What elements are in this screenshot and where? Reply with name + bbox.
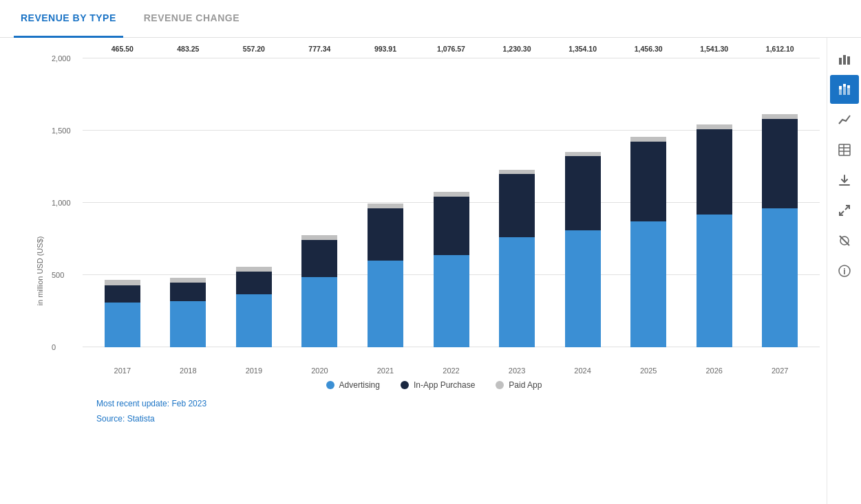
bar-segment-paid <box>368 204 403 208</box>
x-label: 2025 <box>615 362 681 375</box>
bar-total-label: 483.25 <box>177 45 199 53</box>
bar-stack <box>301 235 337 347</box>
x-label: 2027 <box>747 362 813 375</box>
bar-segment-paid <box>565 152 601 157</box>
bar-segment-advertising <box>170 301 206 347</box>
x-labels: 2017201820192020202120222023202420252026… <box>83 362 820 375</box>
bar-segment-inapp <box>301 240 337 276</box>
bar-segment-paid <box>105 280 140 285</box>
bar-segment-advertising <box>630 221 666 347</box>
bar-group: 1,076.57 <box>418 58 485 347</box>
tab-revenue-by-type[interactable]: REVENUE BY TYPE <box>14 0 123 38</box>
footer-update: Most recent update: Feb 2023 <box>96 397 772 412</box>
bar-segment-inapp <box>499 174 535 237</box>
x-label: 2022 <box>418 362 485 375</box>
bar-segment-paid <box>762 114 798 119</box>
legend-item: Advertising <box>326 380 380 390</box>
bar-segment-inapp <box>236 272 272 294</box>
bar-segment-advertising <box>301 277 337 347</box>
x-label: 2021 <box>352 362 418 375</box>
bar-segment-paid <box>630 137 666 142</box>
bar-stack <box>236 267 272 347</box>
bar-group: 1,354.10 <box>550 58 616 347</box>
bar-total-label: 1,456.30 <box>635 45 663 53</box>
footer-source: Source: Statista <box>96 412 772 427</box>
bar-segment-advertising <box>499 237 535 347</box>
bars-area: 465.50483.25557.20777.34993.911,076.571,… <box>83 58 820 347</box>
legend-label: Paid App <box>509 380 542 390</box>
bar-stack <box>762 114 798 347</box>
bar-group: 1,541.30 <box>681 58 747 347</box>
x-label: 2017 <box>89 362 156 375</box>
bar-group: 1,456.30 <box>615 58 681 347</box>
bar-total-label: 557.20 <box>243 45 265 53</box>
grid-label: 2,000 <box>52 54 71 63</box>
legend-label: Advertising <box>339 380 380 390</box>
bar-segment-inapp <box>170 283 206 301</box>
bar-total-label: 1,541.30 <box>700 45 728 53</box>
tab-revenue-change[interactable]: REVENUE CHANGE <box>137 0 246 38</box>
x-label: 2018 <box>156 362 222 375</box>
bar-group: 1,612.10 <box>747 58 813 347</box>
bar-segment-paid <box>434 192 469 197</box>
x-label: 2019 <box>221 362 287 375</box>
bar-segment-advertising <box>565 230 601 347</box>
chart-container: i in million USD (US$) 05001,0001,5002,0… <box>0 38 861 504</box>
bar-segment-paid <box>499 170 535 175</box>
bar-segment-advertising <box>697 215 732 347</box>
grid-label: 500 <box>52 271 64 279</box>
x-label: 2024 <box>550 362 616 375</box>
bar-segment-paid <box>236 267 272 272</box>
bar-total-label: 1,230.30 <box>503 45 531 53</box>
bar-stack <box>368 204 403 347</box>
bar-group: 465.50 <box>89 58 156 347</box>
bar-total-label: 1,354.10 <box>568 45 597 53</box>
bar-stack <box>434 192 469 347</box>
legend-dot <box>496 381 504 389</box>
x-label: 2020 <box>287 362 353 375</box>
bar-segment-inapp <box>762 119 798 208</box>
bar-stack <box>630 137 666 347</box>
bar-segment-advertising <box>762 208 798 347</box>
footer: Most recent update: Feb 2023 Source: Sta… <box>48 390 820 426</box>
x-label: 2026 <box>681 362 747 375</box>
bar-stack <box>499 170 535 347</box>
bar-segment-advertising <box>368 261 403 347</box>
grid-label: 1,500 <box>52 127 71 135</box>
bar-group: 483.25 <box>156 58 222 347</box>
bar-total-label: 1,076.57 <box>437 45 465 53</box>
main-chart: in million USD (US$) 05001,0001,5002,000… <box>0 38 861 504</box>
legend-item: Paid App <box>496 380 542 390</box>
bar-segment-inapp <box>630 142 666 221</box>
bar-segment-paid <box>170 278 206 283</box>
bar-segment-inapp <box>697 129 732 215</box>
bar-segment-paid <box>301 235 337 240</box>
bar-stack <box>105 280 140 347</box>
bar-group: 993.91 <box>352 58 418 347</box>
legend-label: In-App Purchase <box>414 380 475 390</box>
bar-segment-inapp <box>368 208 403 261</box>
bar-group: 557.20 <box>221 58 287 347</box>
grid-label: 0 <box>52 343 56 351</box>
legend-dot <box>401 381 409 389</box>
bar-stack <box>170 278 206 347</box>
tab-bar: REVENUE BY TYPE REVENUE CHANGE <box>0 0 861 38</box>
bar-segment-advertising <box>105 303 140 347</box>
bar-segment-inapp <box>565 156 601 230</box>
bar-total-label: 777.34 <box>308 45 330 53</box>
bar-total-label: 1,612.10 <box>766 45 794 53</box>
bar-segment-inapp <box>434 197 469 255</box>
bar-total-label: 993.91 <box>374 45 396 53</box>
bar-segment-inapp <box>105 285 140 303</box>
bar-group: 777.34 <box>287 58 353 347</box>
legend: AdvertisingIn-App PurchasePaid App <box>48 380 820 390</box>
y-axis-label: in million USD (US$) <box>36 237 44 306</box>
legend-item: In-App Purchase <box>401 380 475 390</box>
bar-total-label: 465.50 <box>111 45 134 53</box>
x-label: 2023 <box>484 362 550 375</box>
bar-segment-advertising <box>434 255 469 347</box>
legend-dot <box>326 381 334 389</box>
bar-stack <box>565 152 601 347</box>
chart-inner: 05001,0001,5002,000 465.50483.25557.2077… <box>48 58 820 375</box>
bar-segment-advertising <box>236 294 272 347</box>
